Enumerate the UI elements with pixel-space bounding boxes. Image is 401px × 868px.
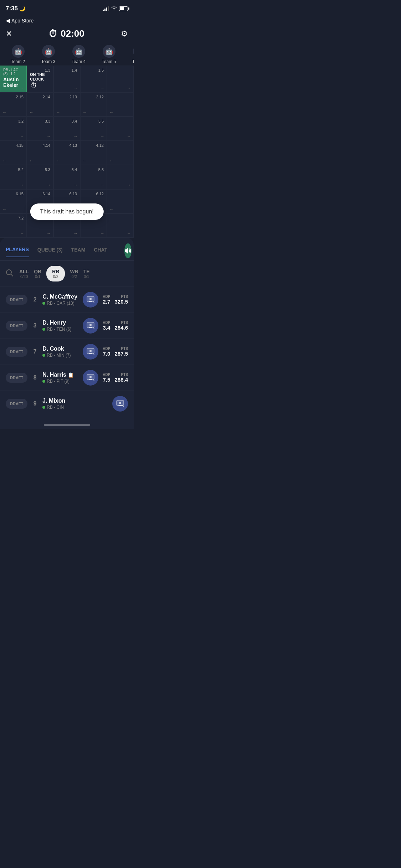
team-name: Team 3 [41, 59, 55, 64]
svg-marker-0 [125, 248, 128, 254]
nav-bar: ◀ App Store [0, 16, 134, 27]
tab-queue[interactable]: QUEUE (3) [37, 247, 63, 257]
timer-icon: ⏱ [48, 28, 58, 39]
player-rank: 3 [32, 322, 38, 329]
status-time: 7:35 [6, 5, 18, 12]
team-item-team4[interactable]: 🤖 Team 4 [63, 43, 94, 66]
tab-team[interactable]: TEAM [71, 247, 86, 257]
player-avatar[interactable] [83, 318, 98, 334]
board-cell-1-1: 2.14 ← [27, 92, 53, 117]
cell-pick: 2.12 [83, 95, 104, 99]
player-rank: 7 [32, 348, 38, 355]
player-adp: ADP 7.5 [103, 373, 110, 383]
svg-point-6 [93, 301, 93, 302]
player-info: D. Cook RB - MIN (7) [42, 346, 78, 358]
cell-pick: 4.15 [3, 143, 24, 148]
filter-te[interactable]: TE 0/1 [83, 269, 90, 279]
cell-arrow: → [20, 134, 24, 139]
player-pos: RB - CIN [42, 405, 108, 410]
board-cell-1-0: 2.15 ← [0, 92, 27, 117]
cell-pick: 6.14 [30, 192, 50, 196]
cell-arrow: ← [56, 158, 60, 163]
player-row: DRAFT 2 C. McCaffrey RB - CAR (13) ADP 2… [0, 286, 134, 312]
tab-players[interactable]: PLAYERS [6, 247, 29, 257]
board-cell-4-3: 5.5 → [80, 165, 107, 189]
team-item-team6[interactable]: 🤖 Team 6 [124, 43, 134, 66]
status-icons [103, 6, 128, 11]
board-cell-3-3: 4.12 ← [80, 141, 107, 165]
moon-icon: 🌙 [19, 6, 25, 11]
player-pos: RB - TEN (6) [42, 327, 78, 332]
team-item-team5[interactable]: 🤖 Team 5 [94, 43, 124, 66]
board-cell-0-0: RB - LAC (8) 1.2 AustinEkeler → [0, 66, 27, 92]
svg-point-8 [89, 324, 92, 326]
board-cell-1-2: 2.13 ← [53, 92, 80, 117]
player-adp: ADP 3.4 [103, 321, 110, 331]
cell-arrow: → [127, 134, 131, 139]
filter-qb[interactable]: QB 0/1 [34, 269, 41, 279]
player-rank: 2 [32, 296, 38, 303]
bottom-panel: PLAYERSQUEUE (3)TEAMCHAT ALL 0/20 QB 0/1… [0, 238, 134, 429]
cell-arrow: → [127, 231, 131, 236]
board-cell-4-1: 5.3 → [27, 165, 53, 189]
timer-value: 02:00 [61, 28, 84, 39]
team-item-team3[interactable]: 🤖 Team 3 [33, 43, 63, 66]
player-name: J. Mixon [42, 398, 108, 404]
back-arrow-icon: ◀ [6, 17, 10, 24]
svg-point-14 [93, 353, 93, 354]
timer-display: ⏱ 02:00 [48, 28, 84, 39]
player-info: D. Henry RB - TEN (6) [42, 320, 78, 332]
filter-all[interactable]: ALL 0/20 [19, 269, 29, 279]
search-icon[interactable] [6, 269, 14, 279]
svg-point-20 [119, 402, 121, 404]
svg-point-10 [93, 327, 93, 328]
draft-button[interactable]: DRAFT [6, 347, 27, 357]
filter-rb[interactable]: RB 0/2 [46, 266, 65, 281]
svg-point-12 [89, 350, 92, 352]
board-cell-2-1: 3.3 → [27, 117, 53, 141]
filter-sub: 0/2 [53, 274, 58, 279]
player-pts: PTS 320.5 [114, 295, 128, 305]
team-name: Team 2 [11, 59, 25, 64]
board-cell-3-2: 4.13 ← [53, 141, 80, 165]
filter-sub: 0/1 [84, 274, 89, 279]
tabs: PLAYERSQUEUE (3)TEAMCHAT [0, 238, 134, 261]
filter-sub: 0/1 [35, 274, 40, 279]
cell-arrow: ← [29, 110, 34, 115]
player-list: DRAFT 2 C. McCaffrey RB - CAR (13) ADP 2… [0, 286, 134, 417]
board-cell-2-3: 3.5 → [80, 117, 107, 141]
filter-row: ALL 0/20 QB 0/1 RB 0/2 WR 0/2 TE 0/1 [0, 261, 134, 286]
player-adp: ADP 7.0 [103, 347, 110, 357]
cell-arrow: → [100, 86, 104, 91]
player-avatar[interactable] [83, 344, 98, 360]
draft-button[interactable]: DRAFT [6, 399, 27, 409]
team-item-team2[interactable]: 🤖 Team 2 [3, 43, 33, 66]
svg-point-22 [122, 405, 123, 406]
player-avatar[interactable] [112, 396, 128, 412]
board-cell-2-2: 3.4 → [53, 117, 80, 141]
draft-button[interactable]: DRAFT [6, 321, 27, 331]
cell-arrow: → [73, 134, 78, 139]
player-avatar[interactable] [83, 292, 98, 308]
battery-icon [119, 6, 128, 11]
board-cell-5-0: 6.15 ← [0, 189, 27, 213]
home-bar [44, 424, 90, 426]
cell-pick: 3.5 [83, 119, 104, 123]
settings-button[interactable]: ⚙ [121, 29, 128, 38]
player-name: D. Henry [42, 320, 78, 326]
team-name: Team 5 [102, 59, 116, 64]
player-avatar[interactable] [83, 370, 98, 386]
svg-line-2 [11, 274, 13, 276]
close-button[interactable]: ✕ [6, 29, 12, 38]
board-cell-6-0: 7.2 → [0, 213, 27, 238]
sound-button[interactable] [124, 243, 132, 258]
team-avatar: 🤖 [12, 45, 25, 58]
header: ✕ ⏱ 02:00 ⚙ [0, 27, 134, 43]
tab-chat[interactable]: CHAT [94, 247, 107, 257]
filter-wr[interactable]: WR 0/2 [70, 269, 78, 279]
draft-button[interactable]: DRAFT [6, 373, 27, 383]
draft-button[interactable]: DRAFT [6, 295, 27, 305]
cell-arrow: → [73, 231, 78, 236]
app-store-back[interactable]: ◀ App Store [6, 17, 34, 24]
player-pos: RB - MIN (7) [42, 353, 78, 358]
